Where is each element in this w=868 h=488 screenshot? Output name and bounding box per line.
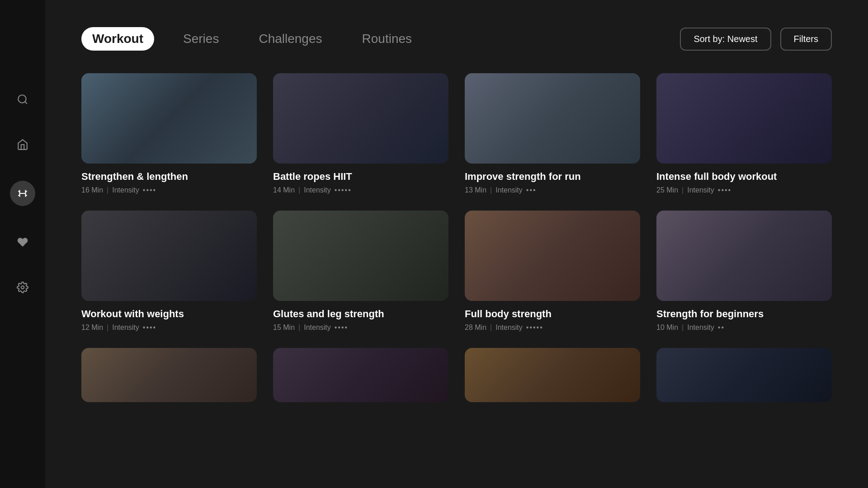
workout-card-8[interactable]: Strength for beginners 10 Min | Intensit… <box>656 211 832 332</box>
workout-card-3[interactable]: Improve strength for run 13 Min | Intens… <box>465 73 640 194</box>
workout-title-4: Intense full body workout <box>656 171 832 183</box>
main-content: Workout Series Challenges Routines Sort … <box>45 0 868 488</box>
workout-grid-row3 <box>81 348 832 409</box>
workout-title-3: Improve strength for run <box>465 171 640 183</box>
tab-workout[interactable]: Workout <box>81 27 154 51</box>
workout-title-6: Glutes and leg strength <box>273 308 448 320</box>
sidebar-item-workout[interactable] <box>10 181 35 206</box>
nav-tabs: Workout Series Challenges Routines Sort … <box>81 27 832 51</box>
workout-card-5[interactable]: Workout with weights 12 Min | Intensity … <box>81 211 257 332</box>
workout-grid-row2: Workout with weights 12 Min | Intensity … <box>81 211 832 332</box>
tab-challenges[interactable]: Challenges <box>248 27 333 51</box>
workout-thumbnail-9 <box>81 348 257 402</box>
sort-button[interactable]: Sort by: Newest <box>680 28 771 51</box>
workout-thumbnail-5 <box>81 211 257 301</box>
workout-thumbnail-6 <box>273 211 448 301</box>
workout-meta-4: 25 Min | Intensity •••• <box>656 186 832 194</box>
tab-routines[interactable]: Routines <box>351 27 423 51</box>
workout-thumbnail-12 <box>656 348 832 402</box>
workout-meta-3: 13 Min | Intensity ••• <box>465 186 640 194</box>
workout-card-10[interactable] <box>273 348 448 409</box>
workout-meta-8: 10 Min | Intensity •• <box>656 324 832 332</box>
workout-meta-7: 28 Min | Intensity ••••• <box>465 324 640 332</box>
workout-title-2: Battle ropes HIIT <box>273 171 448 183</box>
svg-line-1 <box>25 102 27 104</box>
svg-point-2 <box>21 286 24 289</box>
workout-meta-6: 15 Min | Intensity •••• <box>273 324 448 332</box>
workout-thumbnail-1 <box>81 73 257 164</box>
workout-thumbnail-8 <box>656 211 832 301</box>
workout-card-4[interactable]: Intense full body workout 25 Min | Inten… <box>656 73 832 194</box>
svg-point-0 <box>18 95 26 103</box>
workout-meta-5: 12 Min | Intensity •••• <box>81 324 257 332</box>
workout-grid-row1: Strengthen & lengthen 16 Min | Intensity… <box>81 73 832 194</box>
sidebar-item-favorites[interactable] <box>14 233 32 251</box>
workout-meta-2: 14 Min | Intensity ••••• <box>273 186 448 194</box>
workout-thumbnail-2 <box>273 73 448 164</box>
workout-thumbnail-10 <box>273 348 448 402</box>
workout-title-7: Full body strength <box>465 308 640 320</box>
workout-thumbnail-11 <box>465 348 640 402</box>
workout-meta-1: 16 Min | Intensity •••• <box>81 186 257 194</box>
workout-title-1: Strengthen & lengthen <box>81 171 257 183</box>
nav-actions: Sort by: Newest Filters <box>680 28 832 51</box>
workout-card-9[interactable] <box>81 348 257 409</box>
workout-card-2[interactable]: Battle ropes HIIT 14 Min | Intensity •••… <box>273 73 448 194</box>
sidebar <box>0 0 45 488</box>
workout-title-8: Strength for beginners <box>656 308 832 320</box>
workout-thumbnail-4 <box>656 73 832 164</box>
workout-card-12[interactable] <box>656 348 832 409</box>
tab-series[interactable]: Series <box>172 27 230 51</box>
workout-card-6[interactable]: Glutes and leg strength 15 Min | Intensi… <box>273 211 448 332</box>
workout-thumbnail-7 <box>465 211 640 301</box>
workout-card-7[interactable]: Full body strength 28 Min | Intensity ••… <box>465 211 640 332</box>
sidebar-item-search[interactable] <box>14 90 32 108</box>
filters-button[interactable]: Filters <box>780 28 832 51</box>
workout-title-5: Workout with weights <box>81 308 257 320</box>
sidebar-item-settings[interactable] <box>14 278 32 296</box>
workout-card-1[interactable]: Strengthen & lengthen 16 Min | Intensity… <box>81 73 257 194</box>
workout-card-11[interactable] <box>465 348 640 409</box>
sidebar-item-home[interactable] <box>14 136 32 154</box>
workout-thumbnail-3 <box>465 73 640 164</box>
